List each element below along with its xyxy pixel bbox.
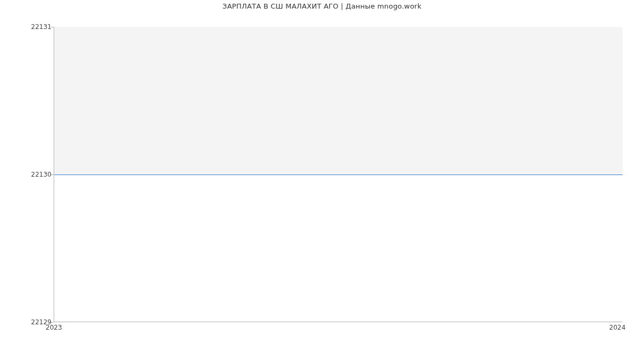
plot-lower-bg: [54, 174, 623, 322]
y-tick-label: 22131: [19, 24, 52, 30]
series-line-overlay: [54, 174, 623, 175]
chart-title: ЗАРПЛАТА В СШ МАЛАХИТ АГО | Данные mnogo…: [0, 2, 644, 10]
plot-area: [54, 27, 623, 322]
x-tick-label: 2023: [46, 324, 62, 331]
y-tick-label: 22130: [19, 171, 52, 178]
x-tick-label: 2024: [609, 324, 626, 331]
chart-container: ЗАРПЛАТА В СШ МАЛАХИТ АГО | Данные mnogo…: [0, 0, 644, 349]
